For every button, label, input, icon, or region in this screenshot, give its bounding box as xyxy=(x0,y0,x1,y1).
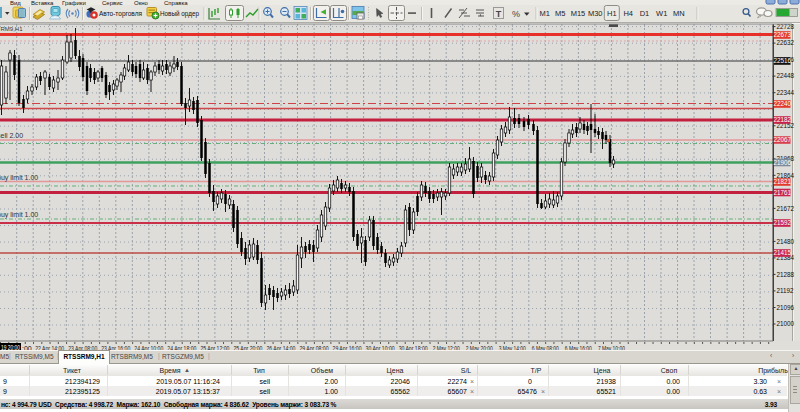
svg-text:21288: 21288 xyxy=(777,271,795,278)
svg-text:buy limit 1.00: buy limit 1.00 xyxy=(0,174,38,182)
svg-text:21592: 21592 xyxy=(774,219,792,226)
svg-text:22632: 22632 xyxy=(777,39,795,46)
svg-text:21000: 21000 xyxy=(777,320,795,327)
svg-text:21761: 21761 xyxy=(774,189,792,196)
svg-text:21672: 21672 xyxy=(777,205,795,212)
svg-text:21096: 21096 xyxy=(777,304,795,311)
svg-text:22448: 22448 xyxy=(777,72,795,79)
svg-text:21415: 21415 xyxy=(774,249,792,256)
svg-text:22344: 22344 xyxy=(777,89,795,96)
svg-text:buy limit 1.00: buy limit 1.00 xyxy=(0,211,38,219)
svg-text:21480: 21480 xyxy=(777,238,795,245)
svg-text:22240: 22240 xyxy=(774,100,792,107)
svg-text:21192: 21192 xyxy=(777,287,795,294)
svg-text:sell 2.00: sell 2.00 xyxy=(0,132,23,139)
svg-text:22067: 22067 xyxy=(774,136,792,143)
svg-text:22182: 22182 xyxy=(774,116,792,123)
svg-text:22673: 22673 xyxy=(774,31,792,38)
svg-text:22516: 22516 xyxy=(774,57,792,64)
svg-text:RM9,H1: RM9,H1 xyxy=(1,26,24,32)
svg-text:21821: 21821 xyxy=(774,178,792,185)
svg-text:21906: 21906 xyxy=(774,159,792,166)
